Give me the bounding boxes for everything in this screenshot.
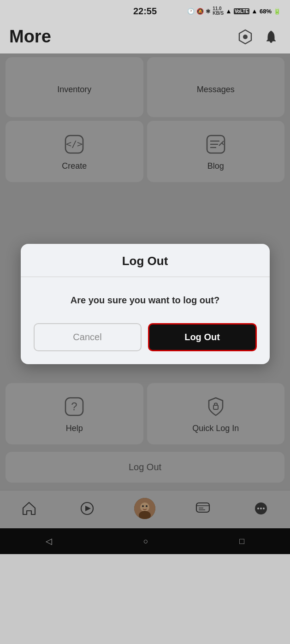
- logout-dialog: Log Out Are you sure you want to log out…: [21, 244, 270, 364]
- mute-icon: 🔕: [196, 8, 204, 15]
- signal-icon: ▲: [251, 7, 258, 15]
- bluetooth-icon: ✱: [206, 8, 211, 15]
- alarm-icon: 🕐: [187, 8, 195, 15]
- status-time: 22:55: [133, 6, 157, 17]
- status-icons: 🕐 🔕 ✱ 11.0KB/S ▲ VoLTE ▲ 68% 🔋: [187, 6, 281, 16]
- modal-overlay: Log Out Are you sure you want to log out…: [0, 53, 290, 554]
- dialog-title: Log Out: [122, 254, 168, 268]
- svg-point-1: [243, 35, 248, 39]
- wifi-icon: ▲: [225, 7, 232, 15]
- dialog-body: Are you sure you want to log out?: [21, 277, 270, 323]
- status-bar: 22:55 🕐 🔕 ✱ 11.0KB/S ▲ VoLTE ▲ 68% 🔋: [0, 0, 290, 22]
- volte-icon: VoLTE: [234, 8, 249, 14]
- battery-level: 68%: [260, 8, 272, 15]
- dialog-message: Are you sure you want to log out?: [71, 295, 219, 305]
- page-title: More: [9, 27, 51, 47]
- battery-icon: 🔋: [273, 8, 281, 15]
- dialog-header: Log Out: [21, 244, 270, 277]
- dialog-actions: Cancel Log Out: [21, 323, 270, 351]
- header: More: [0, 22, 290, 53]
- hex-icon: [237, 29, 254, 45]
- header-icons: [236, 27, 281, 47]
- notification-button[interactable]: [261, 27, 281, 47]
- hex-icon-button[interactable]: [236, 27, 255, 47]
- bell-icon: [264, 30, 278, 44]
- cancel-button[interactable]: Cancel: [34, 323, 142, 351]
- data-speed: 11.0KB/S: [213, 6, 224, 16]
- confirm-logout-button[interactable]: Log Out: [148, 323, 257, 351]
